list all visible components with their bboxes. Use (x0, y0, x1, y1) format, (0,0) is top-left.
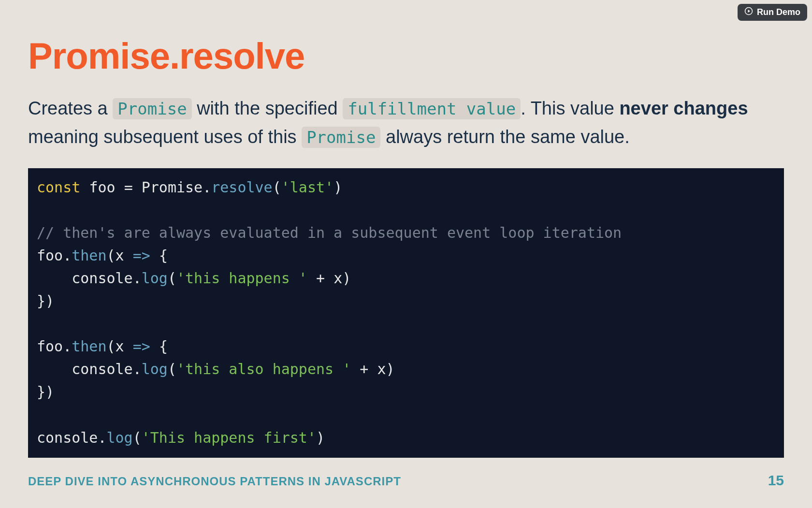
desc-text: always return the same value. (380, 127, 629, 147)
footer: DEEP DIVE INTO ASYNCHRONOUS PATTERNS IN … (28, 472, 784, 489)
play-icon (744, 7, 753, 18)
code-pill-fulfillment: fulfillment value (343, 98, 521, 119)
code-pill-promise-2: Promise (302, 127, 380, 148)
slide-description: Creates a Promise with the specified ful… (28, 94, 784, 152)
desc-text: meaning subsequent uses of this (28, 127, 302, 147)
footer-page-number: 15 (768, 472, 784, 489)
run-demo-button[interactable]: Run Demo (738, 4, 807, 21)
desc-text: . This value (521, 98, 619, 118)
footer-deck-title: DEEP DIVE INTO ASYNCHRONOUS PATTERNS IN … (28, 475, 401, 488)
desc-text: Creates a (28, 98, 113, 118)
code-pill-promise-1: Promise (113, 98, 191, 119)
desc-text: with the specified (192, 98, 343, 118)
desc-bold: never changes (619, 98, 748, 118)
slide-content: Promise.resolve Creates a Promise with t… (0, 0, 812, 458)
code-block: const foo = Promise.resolve('last') // t… (28, 168, 784, 458)
run-demo-label: Run Demo (757, 7, 800, 17)
slide-title: Promise.resolve (28, 35, 784, 77)
